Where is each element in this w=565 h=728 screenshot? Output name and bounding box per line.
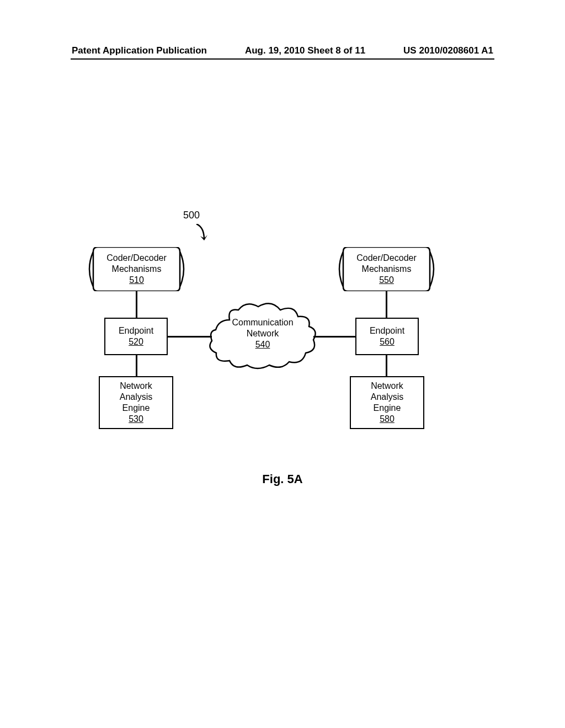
endpoint-left-ref: 520	[105, 336, 167, 347]
analysis-left-line3: Engine	[100, 403, 172, 414]
reference-arrow-icon	[194, 224, 213, 250]
analysis-right-line1: Network	[351, 381, 423, 392]
analysis-right-line2: Analysis	[351, 392, 423, 403]
endpoint-right-ref: 560	[356, 336, 418, 347]
endpoint-left-label: Endpoint	[105, 325, 167, 336]
endpoint-left: Endpoint 520	[104, 318, 168, 355]
network-analysis-left: Network Analysis Engine 530	[99, 376, 173, 429]
header-right: US 2010/0208601 A1	[403, 45, 493, 56]
analysis-right-ref: 580	[351, 414, 423, 425]
network-analysis-right: Network Analysis Engine 580	[350, 376, 424, 429]
header-center: Aug. 19, 2010 Sheet 8 of 11	[245, 45, 365, 56]
analysis-left-line2: Analysis	[100, 392, 172, 403]
coder-left-line2: Mechanisms	[86, 264, 188, 275]
analysis-right-line3: Engine	[351, 403, 423, 414]
endpoint-right: Endpoint 560	[355, 318, 419, 355]
coder-decoder-left: Coder/Decoder Mechanisms 510	[86, 247, 188, 291]
analysis-left-ref: 530	[100, 414, 172, 425]
endpoint-right-label: Endpoint	[356, 325, 418, 336]
coder-left-line1: Coder/Decoder	[86, 253, 188, 264]
communication-network-cloud: Communication Network 540	[207, 298, 318, 370]
cloud-ref: 540	[207, 339, 318, 350]
connector-line	[386, 355, 387, 377]
coder-decoder-right: Coder/Decoder Mechanisms 550	[335, 247, 438, 291]
coder-left-ref: 510	[86, 275, 188, 286]
coder-right-line2: Mechanisms	[335, 264, 438, 275]
connector-line	[386, 291, 387, 319]
header-rule	[71, 58, 494, 60]
connector-line	[136, 355, 137, 377]
analysis-left-line1: Network	[100, 381, 172, 392]
header-left: Patent Application Publication	[72, 45, 207, 56]
connector-line	[313, 336, 356, 338]
cloud-line2: Network	[207, 328, 318, 339]
cloud-line1: Communication	[207, 317, 318, 328]
coder-right-line1: Coder/Decoder	[335, 253, 438, 264]
figure-label: Fig. 5A	[0, 472, 565, 486]
coder-right-ref: 550	[335, 275, 438, 286]
page-header: Patent Application Publication Aug. 19, …	[0, 45, 565, 56]
connector-line	[168, 336, 212, 338]
connector-line	[136, 291, 137, 319]
reference-number-500: 500	[183, 210, 200, 221]
